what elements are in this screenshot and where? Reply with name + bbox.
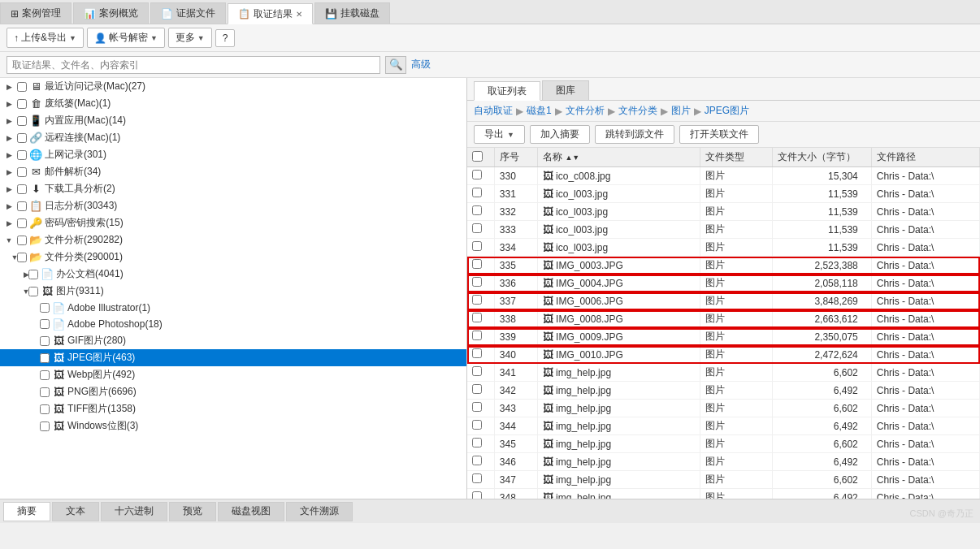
help-btn[interactable]: ? xyxy=(215,29,236,47)
table-row[interactable]: 330 🖼ico_c008.jpg 图片 15,304 Chris - Data… xyxy=(467,167,980,185)
tree-expand-password[interactable]: ▶ xyxy=(3,218,15,229)
breadcrumb-item-5[interactable]: JPEG图片 xyxy=(705,104,749,118)
tree-expand-web-history[interactable]: ▶ xyxy=(3,149,15,161)
more-btn[interactable]: 更多 ▼ xyxy=(168,28,212,48)
row-checkbox-6[interactable] xyxy=(472,277,482,287)
table-row[interactable]: 348 🖼img_help.jpg 图片 6,492 Chris - Data:… xyxy=(467,489,980,499)
tab-case-overview[interactable]: 📊 案例概览 xyxy=(73,2,149,24)
tree-checkbox-download[interactable] xyxy=(17,184,27,194)
tree-expand-office[interactable]: ▶ xyxy=(3,269,26,280)
col-type-header[interactable]: 文件类型 xyxy=(700,148,772,167)
tree-item-recent[interactable]: ▶ 🖥 最近访问记录(Mac)(27) xyxy=(0,78,466,95)
tree-expand-file-category[interactable]: ▼ xyxy=(3,252,15,263)
row-checkbox-7[interactable] xyxy=(472,295,482,305)
table-row[interactable]: 339 🖼IMG_0009.JPG 图片 2,350,075 Chris - D… xyxy=(467,328,980,346)
tree-expand-recycle[interactable]: ▶ xyxy=(3,98,15,110)
table-row[interactable]: 334 🖼ico_l003.jpg 图片 11,539 Chris - Data… xyxy=(467,239,980,257)
tree-expand-email[interactable]: ▶ xyxy=(3,166,15,178)
account-decrypt-btn[interactable]: 👤 帐号解密 ▼ xyxy=(87,28,165,48)
tree-item-windows-bmp[interactable]: 🖼 Windows位图(3) xyxy=(0,417,466,434)
table-row[interactable]: 345 🖼img_help.jpg 图片 6,602 Chris - Data:… xyxy=(467,435,980,453)
bottom-tab-3[interactable]: 预览 xyxy=(169,502,216,521)
row-checkbox-14[interactable] xyxy=(472,420,482,430)
bottom-tab-1[interactable]: 文本 xyxy=(52,502,99,521)
tree-item-remote[interactable]: ▶ 🔗 远程连接(Mac)(1) xyxy=(0,129,466,146)
table-row[interactable]: 346 🖼img_help.jpg 图片 6,492 Chris - Data:… xyxy=(467,453,980,471)
table-row[interactable]: 341 🖼img_help.jpg 图片 6,602 Chris - Data:… xyxy=(467,364,980,382)
tree-checkbox-file-category[interactable] xyxy=(17,253,27,262)
tree-checkbox-windows-bmp[interactable] xyxy=(40,421,50,431)
tree-item-webp[interactable]: 🖼 Webp图片(492) xyxy=(0,366,466,383)
tree-item-jpeg[interactable]: 🖼 JPEG图片(463) xyxy=(0,349,466,366)
tree-expand-remote[interactable]: ▶ xyxy=(3,132,15,144)
tree-checkbox-log[interactable] xyxy=(17,201,27,211)
tree-checkbox-images[interactable] xyxy=(28,287,38,296)
search-input[interactable] xyxy=(7,56,380,74)
tree-expand-recent[interactable]: ▶ xyxy=(3,81,15,93)
table-row[interactable]: 343 🖼img_help.jpg 图片 6,602 Chris - Data:… xyxy=(467,400,980,417)
tree-expand-file-analysis[interactable]: ▼ xyxy=(3,235,15,246)
table-row[interactable]: 332 🖼ico_l003.jpg 图片 11,539 Chris - Data… xyxy=(467,203,980,221)
row-checkbox-0[interactable] xyxy=(472,170,482,179)
table-row[interactable]: 340 🖼IMG_0010.JPG 图片 2,472,624 Chris - D… xyxy=(467,346,980,364)
tree-checkbox-web-history[interactable] xyxy=(17,150,27,160)
tree-item-png[interactable]: 🖼 PNG图片(6696) xyxy=(0,383,466,400)
tree-item-web-history[interactable]: ▶ 🌐 上网记录(301) xyxy=(0,146,466,163)
tree-item-adobe-photo[interactable]: 📄 Adobe Photoshop(18) xyxy=(0,316,466,332)
row-checkbox-17[interactable] xyxy=(472,473,482,483)
tab-extract-result[interactable]: 📋 取证结果 ✕ xyxy=(228,3,313,24)
tree-checkbox-adobe-illus[interactable] xyxy=(40,303,50,313)
tree-item-password[interactable]: ▶ 🔑 密码/密钥搜索(15) xyxy=(0,214,466,231)
tree-checkbox-remote[interactable] xyxy=(17,133,27,143)
tree-expand-download[interactable]: ▶ xyxy=(3,184,15,195)
row-checkbox-9[interactable] xyxy=(472,331,482,340)
add-summary-btn[interactable]: 加入摘要 xyxy=(530,125,590,144)
jump-source-btn[interactable]: 跳转到源文件 xyxy=(595,125,674,144)
tree-item-file-analysis[interactable]: ▼ 📂 文件分析(290282) xyxy=(0,231,466,249)
table-row[interactable]: 344 🖼img_help.jpg 图片 6,492 Chris - Data:… xyxy=(467,417,980,435)
row-checkbox-4[interactable] xyxy=(472,241,482,251)
tree-expand-log[interactable]: ▶ xyxy=(3,201,15,212)
row-checkbox-15[interactable] xyxy=(472,438,482,447)
breadcrumb-item-1[interactable]: 磁盘1 xyxy=(527,104,552,118)
tree-checkbox-password[interactable] xyxy=(17,218,27,228)
table-row[interactable]: 331 🖼ico_l003.jpg 图片 11,539 Chris - Data… xyxy=(467,185,980,203)
breadcrumb-item-2[interactable]: 文件分析 xyxy=(566,104,605,118)
tree-checkbox-tiff[interactable] xyxy=(40,404,50,414)
tree-checkbox-builtin-app[interactable] xyxy=(17,116,27,126)
tree-item-recycle[interactable]: ▶ 🗑 废纸篓(Mac)(1) xyxy=(0,95,466,112)
tree-item-office[interactable]: ▶ 📄 办公文档(4041) xyxy=(0,266,466,283)
col-path-header[interactable]: 文件路径 xyxy=(871,148,979,167)
tree-expand-builtin-app[interactable]: ▶ xyxy=(3,115,15,127)
tree-checkbox-webp[interactable] xyxy=(40,370,50,380)
tree-checkbox-gif[interactable] xyxy=(40,336,50,346)
breadcrumb-item-0[interactable]: 自动取证 xyxy=(474,104,513,118)
tree-checkbox-jpeg[interactable] xyxy=(40,353,50,363)
tab-mount-disk[interactable]: 💾 挂载磁盘 xyxy=(314,2,390,24)
row-checkbox-16[interactable] xyxy=(472,456,482,465)
tree-item-tiff[interactable]: 🖼 TIFF图片(1358) xyxy=(0,400,466,417)
col-num-header[interactable]: 序号 xyxy=(494,148,537,167)
row-checkbox-12[interactable] xyxy=(472,384,482,394)
col-size-header[interactable]: 文件大小（字节） xyxy=(772,148,871,167)
tab-extract-list[interactable]: 取证列表 xyxy=(474,81,540,101)
row-checkbox-3[interactable] xyxy=(472,223,482,233)
tree-checkbox-email[interactable] xyxy=(17,167,27,177)
row-checkbox-18[interactable] xyxy=(472,491,482,499)
row-checkbox-13[interactable] xyxy=(472,402,482,412)
bottom-tab-0[interactable]: 摘要 xyxy=(3,502,50,521)
row-checkbox-8[interactable] xyxy=(472,313,482,322)
tree-checkbox-recent[interactable] xyxy=(17,82,27,92)
tree-checkbox-recycle[interactable] xyxy=(17,99,27,109)
col-name-header[interactable]: 名称 ▲▼ xyxy=(538,148,700,167)
open-related-btn[interactable]: 打开关联文件 xyxy=(679,125,759,144)
tree-item-email[interactable]: ▶ ✉ 邮件解析(34) xyxy=(0,163,466,180)
advanced-search-btn[interactable]: 高级 xyxy=(411,58,431,71)
tree-checkbox-file-analysis[interactable] xyxy=(17,236,27,245)
tree-item-file-category[interactable]: ▼ 📂 文件分类(290001) xyxy=(0,249,466,266)
bottom-tab-5[interactable]: 文件溯源 xyxy=(286,502,353,521)
search-button[interactable]: 🔍 xyxy=(385,56,406,74)
upload-export-btn[interactable]: ↑ 上传&导出 ▼ xyxy=(7,28,84,48)
row-checkbox-5[interactable] xyxy=(472,259,482,269)
breadcrumb-item-4[interactable]: 图片 xyxy=(671,104,691,118)
